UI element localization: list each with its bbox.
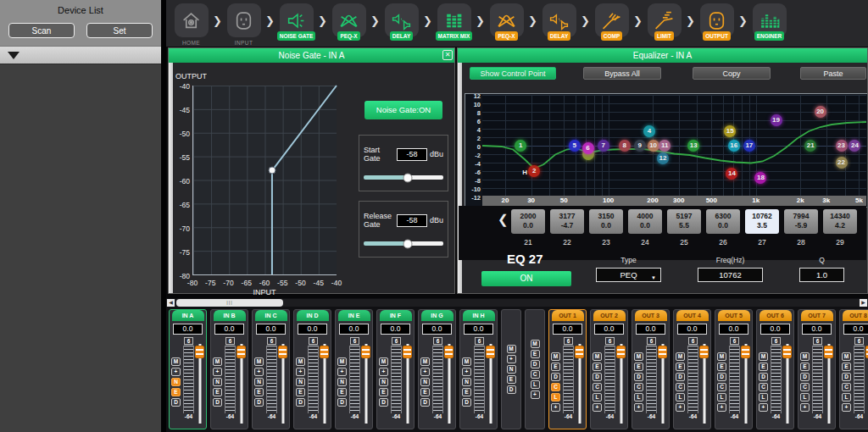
strip-btn-c[interactable]: C (800, 383, 810, 391)
toolbar-item-home[interactable]: HOME (171, 3, 211, 46)
fader-handle[interactable] (444, 346, 453, 358)
eq-control-point-4[interactable]: 4 (643, 125, 655, 137)
fader-handle[interactable] (278, 346, 287, 358)
master-strip-1[interactable]: M+NED (501, 309, 521, 429)
strips-scrollbar[interactable]: ◀ ||| ▶ (166, 299, 868, 307)
master-strip-2[interactable]: MEDCL+ (525, 309, 545, 429)
fader[interactable] (361, 344, 370, 424)
in-channel-tab[interactable]: IN F (380, 310, 412, 321)
toolbar-item-peq-x[interactable]: PEQ-X (487, 3, 526, 41)
q-field[interactable]: 1.0 (799, 268, 844, 282)
strip-btn-l[interactable]: L (531, 380, 540, 389)
release-gate-slider-knob[interactable] (403, 239, 412, 248)
strip-btn-m[interactable]: M (213, 357, 222, 366)
eq-control-point-14[interactable]: 14 (726, 168, 737, 180)
strip-btn-l[interactable]: L (634, 393, 643, 402)
strip-btn-m[interactable]: M (842, 352, 851, 361)
strip-btn-d[interactable]: D (462, 398, 471, 407)
eq-on-button[interactable]: ON (481, 271, 571, 286)
strip-btn-d[interactable]: D (379, 398, 388, 407)
eq-control-point-1[interactable]: 1 (515, 140, 526, 152)
strip-btn-n[interactable]: N (254, 378, 264, 386)
strip-btn-l[interactable]: L (593, 393, 602, 402)
strip-btn-plus[interactable]: + (462, 368, 471, 376)
strip-btn-plus[interactable]: + (676, 403, 685, 412)
set-button[interactable]: Set (86, 23, 153, 38)
strip-btn-plus[interactable]: + (551, 403, 560, 412)
strip-btn-d[interactable]: D (420, 398, 430, 407)
scan-button[interactable]: Scan (8, 23, 75, 38)
strip-btn-n[interactable]: N (171, 378, 181, 386)
in-channel-tab[interactable]: IN A (172, 310, 204, 321)
strip-btn-m[interactable]: M (254, 357, 264, 366)
strip-btn-e[interactable]: E (800, 363, 810, 371)
fader[interactable] (236, 344, 246, 424)
strip-btn-plus[interactable]: + (337, 368, 347, 376)
strip-btn-l[interactable]: L (551, 393, 560, 402)
start-gate-slider[interactable] (364, 175, 443, 180)
channel-strip-out-2[interactable]: OUT 20.0MEDCL+6-64 (590, 309, 628, 429)
strip-btn-d[interactable]: D (171, 398, 181, 407)
strip-btn-plus[interactable]: + (254, 368, 264, 376)
strip-btn-plus[interactable]: + (593, 403, 602, 412)
in-channel-tab[interactable]: IN G (421, 310, 453, 321)
strip-btn-m[interactable]: M (676, 352, 685, 361)
strip-btn-c[interactable]: C (634, 383, 643, 391)
strip-btn-d[interactable]: D (717, 373, 726, 381)
out-channel-tab[interactable]: OUT 6 (760, 310, 792, 321)
strip-btn-n[interactable]: N (337, 378, 347, 386)
strip-btn-d[interactable]: D (254, 398, 264, 407)
strip-btn-plus[interactable]: + (717, 403, 726, 412)
toolbar-item-delay[interactable]: DELAY (381, 3, 421, 41)
fader-handle[interactable] (195, 346, 204, 358)
eq-control-point-16[interactable]: 16 (728, 140, 740, 152)
eq-band-29[interactable]: 143404.2 (823, 209, 857, 234)
strip-btn-m[interactable]: M (462, 357, 471, 366)
fader-handle[interactable] (486, 346, 495, 358)
copy-button[interactable]: Copy (693, 67, 771, 80)
strip-btn-m[interactable]: M (551, 352, 560, 361)
fader[interactable] (741, 344, 750, 424)
strip-btn-plus[interactable]: + (213, 368, 222, 376)
eq-control-point-23[interactable]: 23 (836, 140, 848, 152)
strip-btn-plus[interactable]: + (296, 368, 305, 376)
strip-btn-c[interactable]: C (759, 383, 768, 391)
strip-btn-d[interactable]: D (213, 398, 222, 407)
fader-handle[interactable] (236, 346, 246, 358)
strip-btn-plus[interactable]: + (171, 368, 181, 376)
channel-strip-in-b[interactable]: IN B0.0M+NED6-64 (210, 309, 248, 429)
gain-value[interactable]: 0.0 (173, 324, 203, 335)
eq-band-28[interactable]: 7994-5.9 (784, 209, 818, 234)
fader-handle[interactable] (361, 346, 370, 358)
show-control-point-button[interactable]: Show Control Point (470, 67, 556, 80)
eq-control-point-20[interactable]: 20 (815, 106, 826, 118)
eq-plot[interactable]: 12H567894101211131514161718192021222324 (482, 95, 866, 197)
strip-btn-m[interactable]: M (593, 352, 602, 361)
eq-control-point-12[interactable]: 12 (657, 152, 669, 164)
strip-btn-c[interactable]: C (676, 383, 685, 391)
strip-btn-d[interactable]: D (842, 373, 851, 381)
out-channel-tab[interactable]: OUT 8 (843, 310, 868, 321)
gain-value[interactable]: 0.0 (214, 324, 244, 335)
strip-btn-m[interactable]: M (759, 352, 768, 361)
strip-btn-e[interactable]: E (337, 388, 347, 396)
in-channel-tab[interactable]: IN D (297, 310, 329, 321)
strip-btn-e[interactable]: E (531, 350, 540, 358)
gain-value[interactable]: 0.0 (422, 324, 452, 335)
eq-control-point-19[interactable]: 19 (771, 114, 782, 126)
strip-btn-e[interactable]: E (254, 388, 264, 396)
strip-btn-l[interactable]: L (759, 393, 768, 402)
eq-control-point-7[interactable]: 7 (598, 140, 609, 152)
gain-value[interactable]: 0.0 (339, 324, 369, 335)
release-gate-value[interactable]: -58 (397, 214, 427, 227)
in-channel-tab[interactable]: IN E (338, 310, 370, 321)
strip-btn-m[interactable]: M (379, 357, 388, 366)
gate-threshold-handle[interactable] (268, 167, 275, 174)
eq-control-point-24[interactable]: 24 (849, 140, 860, 152)
start-gate-value[interactable]: -58 (397, 148, 427, 161)
paste-button[interactable]: Paste (800, 67, 866, 80)
eq-band-21[interactable]: 20000.0 (511, 209, 545, 234)
fader[interactable] (824, 344, 833, 424)
channel-strip-in-d[interactable]: IN D0.0M+NED6-64 (293, 309, 331, 429)
strip-btn-plus[interactable]: + (634, 403, 643, 412)
